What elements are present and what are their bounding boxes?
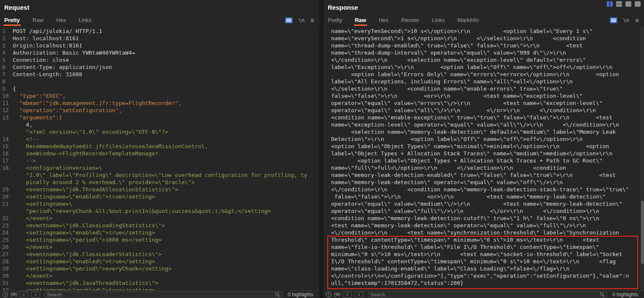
line-number: 3 [0, 42, 13, 49]
response-line: name=\"thread-dump-interval\" operator=\… [331, 49, 644, 56]
line-number: 17 [0, 157, 13, 164]
search-icon [600, 292, 605, 297]
response-line: name=\"file-io-threshold\" label=\"File … [331, 243, 644, 251]
prev-match-button[interactable]: ‹ [19, 292, 28, 298]
request-line: 24 <settingname=\"enabled\">true</settin… [0, 229, 319, 236]
request-tab-raw[interactable]: Raw [32, 14, 44, 26]
request-tabs: PrettyRawHexLinks [3, 14, 103, 26]
request-line: 25 <settingname=\"period\">1000 ms</sett… [0, 236, 319, 243]
request-line: 8 [0, 78, 319, 85]
line-number: 18 [0, 164, 13, 171]
response-line: <option label=\"Object Types\" name=\"mi… [331, 143, 644, 150]
response-line: minimum=\"0 s\">10 ms<\/text>\r\n <text … [331, 251, 644, 258]
request-tab-hex[interactable]: Hex [55, 14, 67, 26]
prev-match-button[interactable]: ‹ [343, 292, 352, 298]
request-line: 14 <!-- [0, 135, 319, 143]
request-editor[interactable]: 1POST /api/jolokia/ HTTP/1.12Host: local… [0, 26, 319, 290]
request-line: 27 <eventname=\"jdk.ClassLoaderStatistic… [0, 251, 319, 258]
nonprintable-toggle-icon[interactable]: \n [299, 17, 304, 23]
panel-divider[interactable] [319, 0, 323, 298]
line-number [0, 121, 13, 128]
next-match-button[interactable]: › [31, 292, 40, 298]
response-line: operator=\"equal\" value=\"errors\"\/>\r… [331, 99, 644, 107]
response-tab-render[interactable]: Render [400, 14, 420, 26]
response-tab-hex[interactable]: Hex [378, 14, 389, 26]
layout-tabs-button[interactable] [625, 1, 631, 7]
line-number: 7 [0, 71, 13, 78]
response-tab-markinfo[interactable]: MarkInfo [457, 14, 480, 26]
request-search-field[interactable] [44, 292, 282, 298]
response-tab-pretty[interactable]: Pretty [327, 14, 343, 26]
line-number: 16 [0, 150, 13, 157]
line-number: 31 [0, 279, 13, 287]
help-icon[interactable]: ? [326, 292, 332, 297]
request-line: 11 "mbean":"jdk.management.jfr:type=Flig… [0, 99, 319, 107]
search-input[interactable] [370, 292, 600, 297]
request-line: 31 <eventname=\"jdk.JavaThreadStatistics… [0, 279, 319, 287]
layout-single-button[interactable] [635, 1, 641, 7]
response-line: operator=\"equal\" value=\"all\"\/>\r\n … [331, 107, 644, 114]
nonprintable-toggle-icon[interactable]: \n [623, 17, 629, 23]
response-panel-title: Response [323, 0, 644, 14]
response-tab-raw[interactable]: Raw [354, 14, 367, 26]
response-tab-links[interactable]: Links [431, 14, 445, 26]
request-line: 3Origin:localhost:8161 [0, 42, 319, 49]
line-number: 32 [0, 287, 13, 290]
request-editor-toolbar: \n ≡ [285, 14, 314, 26]
response-line: label=\"Exceptions\">\r\n <option label=… [331, 63, 644, 71]
request-line: 21 <settingname=\ [0, 200, 319, 207]
layout-buttons [607, 1, 641, 7]
line-number: 19 [0, 186, 13, 193]
response-line: I\/O Threshold\" contentType=\"timespan\… [331, 258, 644, 265]
response-tabs: PrettyRawHexRenderLinksMarkInfo [327, 14, 491, 26]
line-number: 14 [0, 135, 13, 143]
response-line: <option label=\"Object Types + Allocatio… [331, 157, 644, 164]
line-number: 5 [0, 56, 13, 63]
request-search-bar: ? {⚙} ‹ › 0 highlights [0, 290, 319, 298]
line-number: 30 [0, 272, 13, 279]
editor-menu-icon[interactable]: ≡ [310, 17, 314, 23]
scrollbar-thumb[interactable] [641, 201, 644, 264]
highlight-count: 0 highlights [287, 292, 317, 298]
line-number [0, 207, 13, 215]
request-line: pically around 2 % overhead.\" provider=… [0, 179, 319, 186]
line-number: 13 [0, 114, 13, 121]
request-panel: Request PrettyRawHexLinks \n ≡ 1POST /ap… [0, 0, 319, 298]
layout-columns-button[interactable] [607, 1, 613, 7]
line-number [0, 171, 13, 179]
response-line: label=\"All Exceptions, including Errors… [331, 78, 644, 85]
editor-menu-icon[interactable]: ≡ [635, 17, 639, 23]
line-number [0, 128, 13, 135]
next-match-button[interactable]: › [354, 292, 364, 298]
response-search-field[interactable] [368, 292, 607, 298]
request-line: "2.0\" label=\"Profiling\" description=\… [0, 171, 319, 179]
response-scrollbar[interactable] [640, 26, 644, 290]
settings-gear-icon[interactable]: {⚙} [334, 292, 340, 297]
settings-gear-icon[interactable]: {⚙} [11, 292, 16, 297]
line-number: 26 [0, 243, 13, 251]
line-number: 24 [0, 229, 13, 236]
request-tab-pretty[interactable]: Pretty [3, 14, 21, 26]
request-tab-links[interactable]: Links [78, 14, 92, 26]
word-wrap-toggle-icon[interactable] [610, 17, 617, 23]
line-number: 28 [0, 258, 13, 265]
response-line: Detection\">\r\n <option label=\"Off\" n… [331, 135, 644, 143]
line-number: 21 [0, 200, 13, 207]
word-wrap-toggle-icon[interactable] [285, 17, 293, 23]
line-number: 1 [0, 28, 13, 35]
response-editor[interactable]: name=\"everyTenSecond\">10 s<\/option>\r… [323, 26, 644, 290]
line-number: 20 [0, 193, 13, 200]
response-line: <\/control>\r\n<\/configuration>"],"type… [331, 272, 644, 279]
response-line: <\/condition>\r\n <selection name=\"exce… [331, 56, 644, 63]
line-number: 2 [0, 35, 13, 42]
line-number: 11 [0, 99, 13, 107]
line-number: 29 [0, 265, 13, 272]
request-line: 15 Recommendedwaytoedit.jfcfilesistouseJ… [0, 143, 319, 150]
line-number: 8 [0, 78, 13, 85]
response-line: name=\"memory-leak-detection-enabled\" t… [331, 171, 644, 179]
search-input[interactable] [47, 292, 275, 297]
layout-rows-button[interactable] [616, 1, 622, 7]
help-icon[interactable]: ? [3, 292, 8, 297]
response-line: <selection name=\"memory-leak-detection\… [331, 128, 644, 135]
line-number: 23 [0, 222, 13, 229]
